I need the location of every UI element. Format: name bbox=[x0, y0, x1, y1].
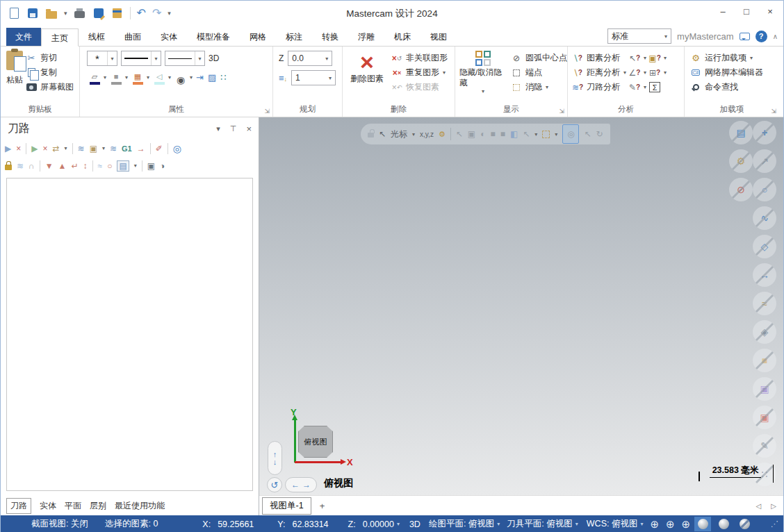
cut-button[interactable]: ✂ 剪切 bbox=[26, 51, 74, 65]
translucent-view-button[interactable] bbox=[736, 517, 753, 531]
help-icon[interactable]: ? bbox=[756, 31, 767, 42]
analyze-toolpath-button[interactable]: ≋? 刀路分析 bbox=[572, 80, 626, 94]
post-selected-button[interactable]: → bbox=[137, 144, 145, 153]
wireframe-globe-half-icon[interactable]: ⊕ bbox=[666, 518, 675, 531]
chevron-down-icon[interactable]: ▾ bbox=[134, 163, 137, 169]
viewsheet-prev-button[interactable]: ◁ bbox=[756, 502, 762, 510]
regen-selected-button[interactable]: ▶ bbox=[31, 144, 38, 153]
delete-duplicates-button[interactable]: ×× 重复图形 ▾ bbox=[391, 65, 448, 80]
select-mode-icon[interactable]: ↖ bbox=[523, 129, 530, 139]
mymastercam-link[interactable]: myMastercam bbox=[677, 31, 734, 42]
save-as-button[interactable] bbox=[92, 7, 105, 19]
refresh-selection-icon[interactable]: ↻ bbox=[596, 129, 603, 139]
arc-center-points-button[interactable]: ⊘ 圆弧中心点 bbox=[511, 51, 567, 65]
command-finder-button[interactable]: 命令查找 bbox=[690, 80, 779, 94]
unlock-icon[interactable] bbox=[368, 133, 374, 138]
tab-wireframe[interactable]: 线框 bbox=[79, 28, 115, 46]
select-body-icon[interactable]: ■ bbox=[490, 129, 495, 139]
material-button[interactable]: ◉ bbox=[173, 76, 188, 85]
verify-button[interactable]: ▣ bbox=[90, 144, 97, 153]
insert-arrow-button[interactable]: ↵ bbox=[71, 161, 78, 171]
chain-geometry-button[interactable]: ○ bbox=[107, 161, 112, 171]
chevron-down-icon[interactable]: ▾ bbox=[555, 131, 557, 138]
analyze-position-button[interactable]: ↖? ▾ bbox=[629, 51, 646, 65]
viewsheet-tab-1[interactable]: 视图单-1 bbox=[262, 497, 311, 515]
resize-grip[interactable]: ⋰ bbox=[771, 519, 779, 529]
delete-operations-button[interactable]: × bbox=[42, 144, 47, 153]
cplane-selector[interactable]: 绘图平面: 俯视图 bbox=[429, 518, 494, 530]
panel-tab-planes[interactable]: 平面 bbox=[65, 500, 81, 512]
cursor-mode-label[interactable]: 光标 bbox=[391, 128, 407, 140]
analyze-database-button[interactable]: ⊞? ▾ bbox=[649, 65, 667, 80]
copy-button[interactable]: 复制 bbox=[26, 65, 74, 80]
edit-common-parameters-button[interactable]: ✐ bbox=[156, 144, 163, 153]
tab-solids[interactable]: 实体 bbox=[151, 28, 187, 46]
chevron-down-icon[interactable]: ▾ bbox=[190, 74, 193, 81]
blank-button[interactable]: 消隐 ▾ bbox=[511, 80, 567, 94]
shaded-edges-view-button[interactable] bbox=[715, 517, 732, 531]
g1-post-button[interactable]: G1 bbox=[122, 144, 132, 153]
shaded-view-button[interactable] bbox=[694, 517, 711, 531]
graphics-viewport[interactable]: ↖ 光标 ▾ x,y,z ⚙ ↖ ▣ ◐ ■ ■ ◧ ↖ ▾ ▾ ◎ bbox=[259, 117, 783, 495]
scroll-insert-button[interactable]: ↕ bbox=[83, 161, 88, 171]
zip-to-go-button[interactable] bbox=[111, 7, 124, 19]
chevron-down-icon[interactable]: ▾ bbox=[147, 74, 149, 81]
chevron-down-icon[interactable]: ▾ bbox=[640, 521, 643, 527]
tplane-selector[interactable]: 刀具平面: 俯视图 bbox=[507, 518, 572, 530]
analyze-dynamic-button[interactable]: ▣? ▾ bbox=[649, 51, 667, 65]
panel-tab-toolpaths[interactable]: 刀路 bbox=[6, 498, 31, 514]
tab-art[interactable]: 浮雕 bbox=[348, 28, 384, 46]
view-cube[interactable]: 俯视图 bbox=[298, 426, 333, 458]
3d-mode-toggle[interactable]: 3D bbox=[209, 53, 219, 63]
edit-quick-button[interactable]: ✎ bbox=[753, 434, 776, 458]
width-quick-button[interactable]: ↔ bbox=[753, 263, 776, 287]
selection-history-button[interactable]: ◎ bbox=[562, 124, 579, 144]
rotate-view-control[interactable]: ↺ bbox=[267, 477, 282, 492]
analyze-distance-button[interactable]: ∖? 距离分析 ▾ bbox=[572, 65, 626, 80]
tab-model-prep[interactable]: 模型准备 bbox=[187, 28, 240, 46]
add-viewsheet-button[interactable]: + bbox=[320, 501, 325, 511]
display-dialog-launcher[interactable]: ⇲ bbox=[559, 108, 564, 115]
viewsheet-next-button[interactable]: ▷ bbox=[771, 502, 776, 510]
new-file-button[interactable] bbox=[8, 7, 20, 19]
operations-tree[interactable] bbox=[6, 178, 253, 491]
z-depth-input[interactable]: 0.0 ▾ bbox=[288, 51, 332, 66]
wireframe-globe-quarter-icon[interactable]: ⊕ bbox=[682, 518, 691, 531]
backplot-button[interactable]: ≋ bbox=[78, 144, 85, 153]
chevron-down-icon[interactable]: ▾ bbox=[102, 145, 105, 151]
cursor-arrow-icon[interactable]: ↖ bbox=[379, 129, 386, 139]
close-button[interactable]: × bbox=[758, 1, 782, 22]
move-insert-down-button[interactable]: ▼ bbox=[45, 161, 54, 171]
chevron-down-icon[interactable]: ▾ bbox=[168, 74, 171, 81]
customize-qat-chevron[interactable]: ▾ bbox=[168, 10, 171, 17]
simulate-options-button[interactable]: ≋ bbox=[110, 144, 117, 153]
section-view-status[interactable]: 截面视图: 关闭 bbox=[31, 518, 88, 530]
options-list-button[interactable]: ▤ bbox=[117, 160, 129, 172]
panel-menu-chevron[interactable]: ▾ bbox=[216, 124, 220, 133]
maximize-button[interactable]: □ bbox=[735, 1, 758, 22]
net-script-editor-button[interactable]: C# 网络脚本编辑器 bbox=[690, 65, 779, 80]
unselect-all-operations-button[interactable]: × bbox=[16, 144, 21, 153]
solid-cube-quick-button[interactable]: ■ bbox=[753, 349, 776, 372]
cube-off-quick-button[interactable]: ◈ bbox=[753, 320, 776, 344]
line-style-combo[interactable]: ▾ bbox=[121, 51, 161, 66]
undelete-button[interactable]: ×↶ 恢复图素 bbox=[391, 80, 448, 94]
panel-help-button[interactable]: ◎ bbox=[173, 143, 181, 154]
settings-quick-button[interactable]: ⚙ bbox=[729, 149, 753, 173]
ghost-toolpath-button[interactable]: ∩ bbox=[28, 161, 35, 171]
tab-view[interactable]: 视图 bbox=[420, 28, 457, 46]
select-back-icon[interactable]: ■ bbox=[500, 129, 505, 139]
tab-transform[interactable]: 转换 bbox=[312, 28, 348, 46]
tab-surfaces[interactable]: 曲面 bbox=[115, 28, 151, 46]
regen-dirty-button[interactable]: ⇄ bbox=[53, 144, 60, 153]
level-input[interactable]: 1 ▾ bbox=[291, 70, 336, 85]
minimize-button[interactable]: – bbox=[711, 1, 735, 22]
tab-mesh[interactable]: 网格 bbox=[240, 28, 276, 46]
squares-purple-quick-button[interactable]: ▣ bbox=[753, 377, 776, 401]
collapse-ribbon-chevron[interactable]: ∧ bbox=[773, 33, 778, 40]
circle-quick-button[interactable]: ○ bbox=[753, 178, 776, 201]
chevron-down-icon[interactable]: ▾ bbox=[534, 131, 537, 138]
measure-quick-button[interactable]: ↗ bbox=[753, 149, 776, 173]
analyze-statistics-button[interactable]: Σ bbox=[649, 80, 667, 94]
pan-horizontal-control[interactable]: ←→ bbox=[285, 477, 317, 492]
